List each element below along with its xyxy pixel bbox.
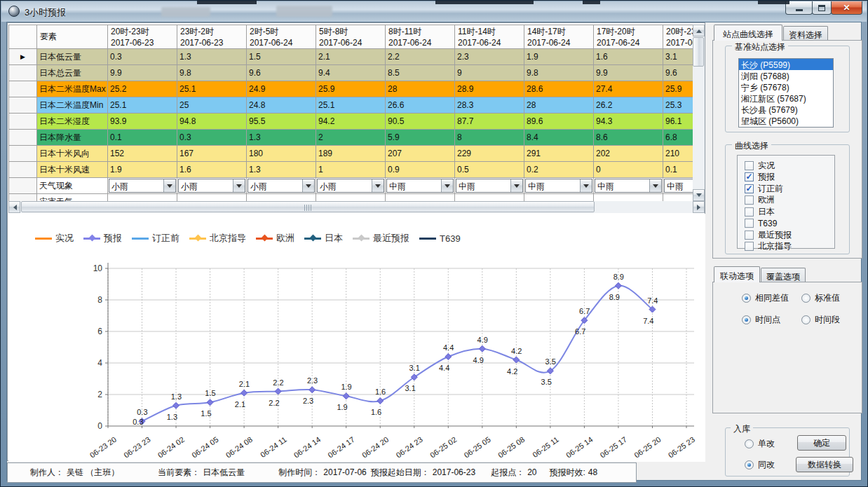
value-cell[interactable]: 25.1 <box>177 81 247 97</box>
weather-dropdown[interactable]: 中雨 <box>456 179 523 193</box>
station-list-item[interactable]: 长沙县 (57679) <box>739 104 833 115</box>
radio-single-edit[interactable]: 单改 <box>745 438 775 450</box>
value-cell[interactable]: 0.9 <box>386 162 455 178</box>
dropdown-button[interactable] <box>233 179 245 192</box>
value-cell[interactable] <box>247 194 316 202</box>
scroll-right-button[interactable] <box>693 201 705 213</box>
value-cell[interactable]: 8.6 <box>594 130 663 146</box>
value-cell[interactable]: 25.2 <box>108 81 177 97</box>
radio-same-difference[interactable]: 相同差值 <box>742 292 789 304</box>
value-cell[interactable] <box>663 194 693 202</box>
value-cell[interactable]: 0.1 <box>663 162 693 178</box>
value-cell[interactable]: 229 <box>455 146 524 162</box>
value-cell[interactable] <box>108 194 177 202</box>
row-selector-cell[interactable] <box>9 81 37 97</box>
maximize-button[interactable] <box>812 1 832 15</box>
radio-time-range[interactable]: 时间段 <box>801 314 840 326</box>
dropdown-button[interactable] <box>441 179 453 192</box>
data-point[interactable] <box>615 282 621 289</box>
curve-checkbox[interactable]: 最近预报 <box>745 229 834 241</box>
titlebar[interactable]: 3小时预报 ✕ <box>1 1 867 22</box>
value-cell[interactable]: 1.6 <box>177 162 247 178</box>
weather-dropdown[interactable]: 小雨 <box>247 179 315 193</box>
radio-time-point[interactable]: 时间点 <box>742 314 780 326</box>
dropdown-button[interactable] <box>649 179 661 192</box>
scroll-down-button[interactable] <box>693 189 705 201</box>
weather-dropdown[interactable]: 小雨 <box>109 179 176 193</box>
value-cell[interactable]: 25.1 <box>108 97 177 114</box>
value-cell[interactable]: 25.3 <box>663 97 693 114</box>
value-cell[interactable]: 6.8 <box>663 130 693 146</box>
data-point[interactable] <box>275 388 281 395</box>
weather-cell[interactable]: 中雨 <box>455 178 524 194</box>
weather-cell[interactable]: 小雨 <box>177 178 247 194</box>
value-cell[interactable]: 8 <box>455 130 524 146</box>
value-cell[interactable]: 90.5 <box>386 114 455 130</box>
value-cell[interactable]: 1.6 <box>594 49 663 65</box>
row-selector-cell[interactable] <box>9 114 37 130</box>
row-selector-arrow[interactable]: ▶ <box>9 49 37 65</box>
value-cell[interactable]: 189 <box>316 146 386 162</box>
value-cell[interactable] <box>455 194 524 202</box>
station-listbox[interactable]: 长沙 (P5599)浏阳 (57688)宁乡 (57678)湘江新区 (5768… <box>738 58 834 128</box>
weather-cell[interactable]: 中雨 <box>524 178 594 194</box>
data-point[interactable] <box>343 393 349 399</box>
value-cell[interactable]: 28 <box>386 81 455 97</box>
dropdown-button[interactable] <box>372 179 384 192</box>
value-cell[interactable]: 0.3 <box>177 130 247 146</box>
curve-checkbox[interactable]: 实况 <box>745 160 834 172</box>
weather-dropdown[interactable]: 中雨 <box>525 179 592 193</box>
value-cell[interactable]: 0.5 <box>455 162 524 178</box>
data-point[interactable] <box>309 387 316 393</box>
value-cell[interactable]: 9.6 <box>247 65 316 81</box>
curve-checkbox[interactable]: 欧洲 <box>745 195 834 207</box>
value-cell[interactable]: 27.4 <box>594 81 663 97</box>
value-cell[interactable]: 291 <box>524 146 594 162</box>
value-cell[interactable]: 152 <box>108 146 177 162</box>
value-cell[interactable]: 1.9 <box>524 49 594 65</box>
forecast-table[interactable]: 要素20时-23时2017-06-2323时-2时2017-06-232时-5时… <box>8 25 693 201</box>
value-cell[interactable]: 2.3 <box>455 49 524 65</box>
data-point[interactable] <box>241 390 247 396</box>
value-cell[interactable] <box>524 194 594 202</box>
value-cell[interactable]: 0 <box>594 162 663 178</box>
value-cell[interactable]: 95.5 <box>247 114 316 130</box>
value-cell[interactable]: 28.6 <box>524 81 594 97</box>
value-cell[interactable]: 28.9 <box>455 81 524 97</box>
value-cell[interactable]: 1.5 <box>247 49 316 65</box>
value-cell[interactable]: 1.3 <box>247 130 316 146</box>
tab-data-select[interactable]: 资料选择 <box>783 26 828 41</box>
value-cell[interactable]: 26.6 <box>386 97 455 114</box>
data-point[interactable] <box>207 399 213 406</box>
confirm-button[interactable]: 确定 <box>797 435 846 451</box>
dropdown-button[interactable] <box>580 179 592 192</box>
value-cell[interactable]: 24.8 <box>247 97 316 114</box>
close-button[interactable]: ✕ <box>831 1 862 15</box>
row-selector-cell[interactable] <box>9 162 37 178</box>
weather-dropdown[interactable]: 中雨 <box>386 179 454 193</box>
value-cell[interactable]: 96.1 <box>663 114 693 130</box>
value-cell[interactable]: 89.6 <box>524 114 594 130</box>
value-cell[interactable]: 8.4 <box>524 130 594 146</box>
data-point[interactable] <box>445 354 452 360</box>
value-cell[interactable]: 207 <box>386 146 455 162</box>
forecast-chart[interactable]: 024681006-23 2006-23 2306-24 0206-24 050… <box>8 245 705 462</box>
curve-checkbox-list[interactable]: 实况✓预报✓订正前欧洲日本T639最近预报北京指导 <box>737 155 835 249</box>
scroll-up-button[interactable] <box>693 25 705 36</box>
value-cell[interactable]: 2 <box>316 130 386 146</box>
data-point[interactable] <box>479 345 485 352</box>
value-cell[interactable]: 3.1 <box>663 49 693 65</box>
row-selector-cell[interactable] <box>9 146 37 162</box>
curve-checkbox[interactable]: 日本 <box>745 206 834 218</box>
table-vscrollbar[interactable] <box>693 25 705 201</box>
value-cell[interactable]: 9 <box>455 65 524 81</box>
value-cell[interactable]: 1.3 <box>177 49 247 65</box>
data-point[interactable] <box>377 398 384 404</box>
value-cell[interactable]: 9.9 <box>108 65 177 81</box>
value-cell[interactable]: 167 <box>177 146 247 162</box>
weather-cell[interactable]: 小雨 <box>247 178 316 194</box>
hscroll-thumb[interactable] <box>21 201 595 212</box>
table-hscrollbar[interactable] <box>8 201 705 213</box>
curve-checkbox[interactable]: 北京指导 <box>745 241 834 253</box>
radio-sync-edit[interactable]: 同改 <box>745 459 775 471</box>
